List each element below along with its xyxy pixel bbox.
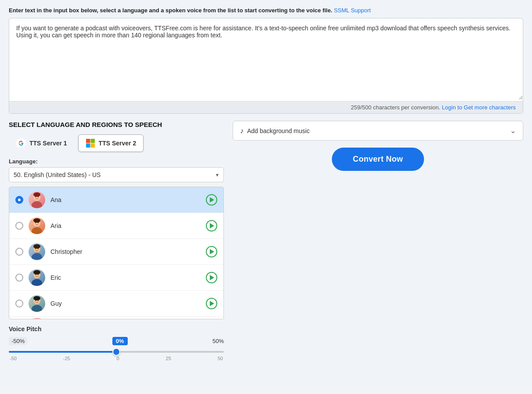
pitch-tick-3: 25 <box>166 356 171 361</box>
svg-point-11 <box>32 227 42 234</box>
voice-radio-ana <box>15 196 23 204</box>
server-tabs: TTS Server 1 TTS Server 2 <box>9 134 224 152</box>
voice-avatar-ana <box>29 192 45 208</box>
voice-item-eric[interactable]: Eric <box>9 265 223 291</box>
pitch-max-label: 50% <box>212 338 224 344</box>
instruction-text: Enter text in the input box below, selec… <box>9 7 332 14</box>
voice-list: Ana <box>9 187 223 319</box>
bg-music-left: ♪ Add background music <box>240 127 309 135</box>
voice-avatar-christopher <box>29 243 45 260</box>
voice-avatar-guy <box>29 295 45 312</box>
pitch-tick-1: -25 <box>63 356 70 361</box>
pitch-tick-4: 50 <box>218 356 223 361</box>
pitch-labels-row: -50% 0% 50% <box>9 337 224 345</box>
svg-rect-0 <box>86 139 90 143</box>
ssml-support-link[interactable]: SSML Support <box>334 7 371 14</box>
svg-rect-3 <box>90 144 94 148</box>
bottom-section: SELECT LANGUAGE AND REGIONS TO SPEECH TT… <box>9 121 523 361</box>
voice-avatar-aria <box>29 217 45 234</box>
voice-avatar-eric <box>29 269 45 286</box>
pitch-tick-labels: -50 -25 0 25 50 <box>9 356 224 361</box>
tab-tts-server-1[interactable]: TTS Server 1 <box>9 134 75 152</box>
play-button-aria[interactable] <box>206 220 217 231</box>
text-input[interactable] <box>9 18 523 100</box>
language-select[interactable]: 50. English (United States) - US 1. Afri… <box>9 167 224 182</box>
voice-name-guy: Guy <box>50 300 201 307</box>
svg-point-27 <box>32 305 42 312</box>
login-link[interactable]: Login to Get more characters <box>442 104 516 111</box>
tab-tts-server-2[interactable]: TTS Server 2 <box>78 134 144 152</box>
microsoft-icon <box>86 138 95 148</box>
play-button-eric[interactable] <box>206 272 217 283</box>
language-select-wrapper: 50. English (United States) - US 1. Afri… <box>9 167 224 182</box>
avatar-face-ana <box>29 192 45 208</box>
svg-rect-1 <box>90 139 94 143</box>
svg-point-5 <box>32 201 42 208</box>
voice-pitch-title: Voice Pitch <box>9 325 224 333</box>
voice-radio-eric <box>15 274 23 282</box>
textarea-container: 259/500 characters per conversion. Login… <box>9 18 523 114</box>
bg-music-bar[interactable]: ♪ Add background music ⌄ <box>233 121 523 141</box>
svg-point-22 <box>32 279 42 286</box>
right-panel: ♪ Add background music ⌄ Convert Now <box>233 121 523 361</box>
svg-point-30 <box>33 296 40 300</box>
svg-rect-2 <box>86 144 90 148</box>
instruction-bar: Enter text in the input box below, selec… <box>9 7 523 14</box>
char-count-bar: 259/500 characters per conversion. Login… <box>9 101 523 113</box>
char-count-text: 259/500 characters per conversion. <box>351 104 440 111</box>
voice-item-christopher[interactable]: Christopher <box>9 239 223 265</box>
pitch-min-label: -50% <box>9 337 27 345</box>
pitch-tick-0: -50 <box>10 356 17 361</box>
voice-radio-guy <box>15 300 23 307</box>
tab-tts-server-1-label: TTS Server 1 <box>29 140 67 147</box>
svg-point-16 <box>32 253 42 260</box>
music-note-icon: ♪ <box>240 127 244 135</box>
voice-name-christopher: Christopher <box>50 248 201 255</box>
language-label: Language: <box>9 158 224 165</box>
svg-point-14 <box>33 218 40 223</box>
svg-point-25 <box>33 270 40 275</box>
tab-tts-server-2-label: TTS Server 2 <box>99 140 137 147</box>
pitch-current-label: 0% <box>112 337 128 345</box>
voice-avatar-partial <box>29 318 45 319</box>
play-button-christopher[interactable] <box>206 246 217 257</box>
main-container: Enter text in the input box below, selec… <box>0 0 532 368</box>
voice-name-aria: Aria <box>50 222 201 229</box>
google-icon <box>16 138 26 148</box>
voice-name-eric: Eric <box>50 274 201 281</box>
play-button-guy[interactable] <box>206 298 217 309</box>
left-panel: SELECT LANGUAGE AND REGIONS TO SPEECH TT… <box>9 121 224 361</box>
voice-item-guy[interactable]: Guy <box>9 291 223 317</box>
avatar-face-guy <box>29 295 45 312</box>
avatar-face-christopher <box>29 243 45 260</box>
pitch-tick-2: 0 <box>117 356 119 361</box>
convert-now-button[interactable]: Convert Now <box>332 148 424 171</box>
section-title: SELECT LANGUAGE AND REGIONS TO SPEECH <box>9 121 224 128</box>
avatar-face-aria <box>29 217 45 234</box>
bg-music-label: Add background music <box>247 127 309 134</box>
pitch-slider-container <box>9 347 224 354</box>
voice-name-ana: Ana <box>50 196 201 203</box>
voice-item-partial: - <box>9 317 223 319</box>
voice-radio-aria <box>15 222 23 230</box>
svg-point-19 <box>33 244 40 249</box>
play-button-ana[interactable] <box>206 194 217 206</box>
voice-radio-christopher <box>15 248 23 256</box>
voice-item-ana[interactable]: Ana <box>9 187 223 213</box>
voice-list-container: Ana <box>9 187 224 319</box>
svg-rect-20 <box>35 252 39 253</box>
avatar-face-eric <box>29 269 45 286</box>
voice-pitch-section: Voice Pitch -50% 0% 50% -50 -25 0 25 50 <box>9 325 224 361</box>
voice-item-aria[interactable]: Aria <box>9 213 223 239</box>
chevron-down-icon: ⌄ <box>510 127 516 135</box>
pitch-slider[interactable] <box>9 351 224 353</box>
svg-point-9 <box>33 192 40 197</box>
